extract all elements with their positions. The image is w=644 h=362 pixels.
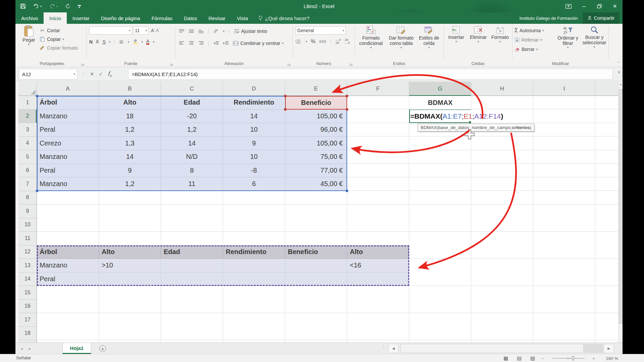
cell-E4[interactable]: 105,00 € [285, 137, 347, 150]
cell-B1[interactable]: Alto [99, 96, 161, 110]
cell-A12[interactable]: Árbol [37, 245, 99, 259]
column-header-E[interactable]: E [285, 82, 347, 96]
fill-handle[interactable] [469, 121, 471, 124]
cell-E5[interactable]: 75,00 € [285, 150, 347, 164]
cell-A13[interactable]: Manzano [37, 259, 99, 273]
cell-B6[interactable]: 9 [99, 164, 161, 178]
column-header-A[interactable]: A [37, 82, 99, 96]
format-cells-button[interactable]: Formato▾ [489, 26, 511, 43]
zoom-slider-thumb[interactable] [572, 356, 574, 360]
field-handle-tr[interactable] [346, 95, 348, 97]
align-center-icon[interactable] [189, 41, 194, 46]
row-header-16[interactable]: 16 [18, 300, 37, 313]
collapse-ribbon-chevron[interactable]: ⌃ [617, 61, 620, 65]
formula-input[interactable]: =BDMAX(A1:E7;E1;A12:F14) [128, 69, 612, 79]
cell-A14[interactable]: Peral [37, 273, 99, 286]
ribbon-display-options-button[interactable] [561, 0, 576, 12]
row-header-12[interactable]: 12 [18, 245, 37, 259]
increase-decimal-button[interactable]: ←.0,00 [335, 39, 341, 45]
cell-C13[interactable] [161, 259, 223, 273]
align-top-icon[interactable] [179, 29, 184, 34]
horizontal-scroll-track[interactable] [584, 344, 603, 353]
align-left-icon[interactable] [179, 41, 184, 46]
column-header-B[interactable]: B [99, 82, 161, 96]
cell-B7[interactable]: 1,2 [99, 177, 161, 191]
autosum-button[interactable]: Σ Autosuma▾ [515, 26, 544, 35]
tab-datos[interactable]: Datos [178, 12, 203, 24]
cell-C7[interactable]: 11 [161, 177, 223, 191]
borders-button[interactable]: ⊞ [118, 39, 124, 45]
fill-color-button[interactable] [133, 39, 138, 45]
number-format-combo[interactable]: General▾ [296, 26, 346, 35]
alignment-dialog-launcher[interactable] [287, 62, 291, 66]
cell-C4[interactable]: 14 [161, 137, 223, 150]
page-layout-view-button[interactable]: ▤ [515, 355, 524, 362]
cell-C5[interactable]: N/D [161, 150, 223, 164]
normal-view-button[interactable]: ▦ [501, 355, 510, 362]
sheet-tab-hoja1[interactable]: Hoja1 [62, 343, 91, 354]
align-middle-icon[interactable] [189, 29, 194, 34]
vertical-scrollbar[interactable]: ▲ [618, 82, 623, 343]
scroll-right-button[interactable]: ▶ [604, 344, 614, 353]
column-header-H[interactable]: H [471, 82, 533, 96]
cell-E7[interactable]: 45,00 € [285, 177, 347, 191]
cell-E14[interactable] [285, 273, 347, 286]
cell-D14[interactable] [223, 273, 285, 286]
find-select-button[interactable]: Buscar y seleccionar▾ [581, 26, 608, 50]
merge-center-button[interactable]: Combinar y centrar▾ [233, 39, 284, 47]
prev-sheet-button[interactable]: ◂ [21, 346, 23, 351]
tab-formulas[interactable]: Fórmulas [146, 12, 178, 24]
cell-C12[interactable]: Edad [161, 245, 223, 259]
paste-button[interactable]: Pegar ▾ [20, 25, 38, 57]
row-header-11[interactable]: 11 [18, 232, 37, 245]
field-handle-br[interactable] [346, 108, 348, 111]
account-name[interactable]: Instituto Galego de Formación [519, 16, 578, 21]
clipboard-dialog-launcher[interactable] [81, 62, 85, 66]
decrease-indent-icon[interactable] [213, 41, 219, 46]
sort-filter-button[interactable]: AZ Ordenar y filtrar▾ [555, 26, 581, 50]
cell-E2[interactable]: 105,00 € [285, 110, 347, 123]
cell-D13[interactable] [223, 259, 285, 273]
cell-D2[interactable]: 14 [223, 110, 285, 123]
cell-A5[interactable]: Manzano [37, 150, 99, 164]
cell-B3[interactable]: 1,2 [99, 123, 161, 137]
row-header-15[interactable]: 15 [18, 286, 37, 300]
cell-A3[interactable]: Peral [37, 123, 99, 137]
font-name-combo[interactable]: ▾ [89, 26, 132, 35]
cell-A4[interactable]: Cerezo [37, 137, 99, 150]
cell-F12[interactable]: Alto [347, 245, 409, 259]
tab-diseno[interactable]: Diseño de página [95, 12, 146, 24]
tab-revisar[interactable]: Revisar [203, 12, 231, 24]
column-header-D[interactable]: D [223, 82, 285, 96]
copy-button[interactable]: Copiar▾ [39, 35, 78, 43]
cell-E3[interactable]: 96,00 € [285, 123, 347, 137]
orientation-icon[interactable] [213, 29, 219, 34]
row-header-2[interactable]: 2 [18, 110, 37, 123]
row-header-5[interactable]: 5 [18, 150, 37, 164]
name-box[interactable]: A12 ▾ [18, 69, 77, 79]
row-header-10[interactable]: 10 [18, 218, 37, 232]
horizontal-scroll-thumb[interactable] [400, 344, 584, 353]
row-header-6[interactable]: 6 [18, 164, 37, 178]
cell-E1[interactable]: Beneficio [285, 96, 347, 110]
format-as-table-button[interactable]: Dar formato como tabla▾ [386, 26, 417, 50]
row-header-4[interactable]: 4 [18, 137, 37, 150]
row-header-7[interactable]: 7 [18, 177, 37, 191]
tab-inicio[interactable]: Inicio [44, 12, 67, 24]
row-header-1[interactable]: 1 [18, 96, 37, 110]
cell-D1[interactable]: Rendimiento [223, 96, 285, 110]
scroll-up-arrow-icon[interactable]: ▲ [619, 82, 622, 86]
minimize-button[interactable]: – [576, 0, 592, 12]
cell-B5[interactable]: 14 [99, 150, 161, 164]
name-box-dropdown-icon[interactable]: ▾ [73, 72, 75, 76]
increase-font-button[interactable]: Aˆ [151, 28, 155, 33]
cell-styles-button[interactable]: Estilos de celda▾ [417, 26, 441, 50]
column-header-C[interactable]: C [161, 82, 223, 96]
font-dialog-launcher[interactable] [170, 62, 173, 66]
row-header-8[interactable]: 8 [18, 191, 37, 205]
row-header-clipped[interactable] [18, 340, 37, 343]
cancel-formula-button[interactable]: ✕ [90, 71, 94, 77]
column-header-F[interactable]: F [347, 82, 409, 96]
wrap-text-button[interactable]: Ajustar texto [234, 27, 267, 35]
cell-B2[interactable]: 18 [99, 110, 161, 123]
